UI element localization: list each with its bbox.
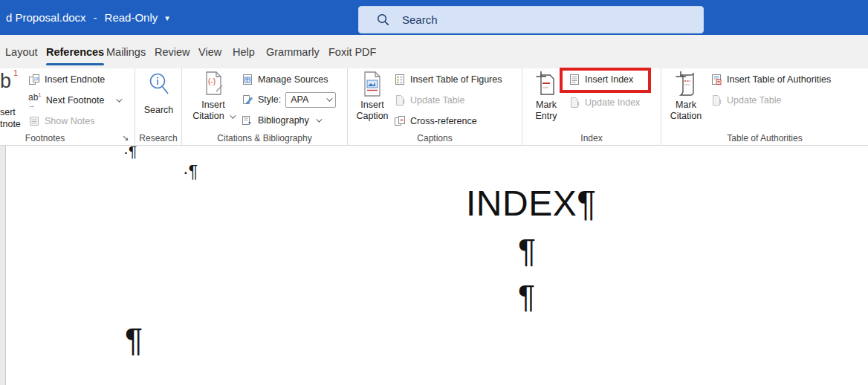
bibliography-dropdown-icon[interactable] <box>316 116 322 122</box>
tab-grammarly[interactable]: Grammarly <box>266 35 320 68</box>
update-table-icon: ! <box>394 94 406 106</box>
tab-help[interactable]: Help <box>233 35 255 68</box>
insert-endnote-icon: [0] <box>28 74 40 85</box>
group-citations: (-) Insert Citation Manage Sources Style… <box>182 68 348 145</box>
tab-mailings[interactable]: Mailings <box>106 35 146 68</box>
cross-reference-button[interactable]: Cross-reference <box>394 112 477 130</box>
active-tab-underline <box>46 63 104 65</box>
insert-citation-dropdown-icon[interactable] <box>230 112 236 118</box>
page-left-edge <box>0 146 6 385</box>
update-index-icon: ! <box>569 97 580 109</box>
update-table-authorities-button: ! Update Table <box>710 91 781 109</box>
insert-table-of-figures-button[interactable]: Insert Table of Figures <box>394 71 502 88</box>
group-captions: Insert Caption Insert Table of Figures !… <box>348 68 522 145</box>
read-only-label[interactable]: Read-Only <box>105 11 158 24</box>
footnote-superscript: 1 <box>13 68 18 77</box>
title-dash: - <box>94 11 97 24</box>
document-title: d Proposal.docx <box>6 11 86 24</box>
research-search-icon <box>146 71 172 100</box>
show-notes-button: Show Notes <box>28 112 94 130</box>
insert-table-of-authorities-icon <box>710 74 722 85</box>
insert-citation-icon: (-) <box>201 71 225 97</box>
cross-reference-icon <box>394 115 406 127</box>
style-value: APA <box>291 94 308 105</box>
next-footnote-icon: ab1 → <box>28 91 42 109</box>
show-notes-icon <box>28 115 40 127</box>
tab-view[interactable]: View <box>198 35 221 68</box>
research-group-label: Research <box>135 133 181 143</box>
style-dropdown-icon <box>326 95 332 101</box>
insert-endnote-button[interactable]: [0] Insert Endnote <box>28 71 105 88</box>
read-only-dropdown-icon[interactable]: ▾ <box>165 13 169 23</box>
update-index-button: ! Update Index <box>569 94 640 111</box>
search-input[interactable] <box>358 6 704 33</box>
heading-text: INDEX <box>466 184 577 223</box>
insert-caption-button[interactable]: Insert Caption <box>351 71 394 122</box>
footnote-icon: b <box>0 70 11 93</box>
captions-group-label: Captions <box>348 133 522 143</box>
authorities-group-label: Table of Authorities <box>661 133 868 143</box>
tab-foxit-pdf[interactable]: Foxit PDF <box>328 35 376 68</box>
insert-caption-icon <box>361 71 383 97</box>
document-title-area: d Proposal.docx - Read-Only ▾ <box>6 0 169 35</box>
svg-text:!: ! <box>577 100 580 108</box>
tab-layout[interactable]: Layout <box>5 35 38 68</box>
insert-citation-button[interactable]: (-) Insert Citation <box>190 71 237 122</box>
tab-review[interactable]: Review <box>155 35 190 68</box>
citations-group-label: Citations & Bibliography <box>182 133 347 143</box>
group-footnotes: b 1 sert tnote [0] Insert Endnote ab1 → … <box>0 68 135 145</box>
manage-sources-button[interactable]: Manage Sources <box>242 71 328 88</box>
ribbon-tab-row: Layout References Mailings Review View H… <box>0 35 868 68</box>
svg-text:(-): (-) <box>208 77 216 85</box>
bibliography-button[interactable]: Bibliography <box>242 111 320 129</box>
search-button[interactable]: Search <box>135 71 182 116</box>
svg-text:!: ! <box>403 98 405 106</box>
svg-text:!: ! <box>719 98 722 106</box>
document-heading: INDEX¶ <box>466 186 596 221</box>
document-canvas[interactable]: ·¶ ·¶ INDEX¶ ¶ ¶ ¶ <box>0 146 868 385</box>
insert-table-of-authorities-button[interactable]: Insert Table of Authorities <box>710 71 831 88</box>
manage-sources-icon <box>242 74 253 85</box>
insert-table-of-figures-icon <box>394 74 406 85</box>
index-group-label: Index <box>522 133 661 143</box>
bibliography-icon <box>242 114 253 126</box>
mark-citation-button[interactable]: Mark Citation <box>663 71 709 122</box>
insert-index-highlight-box <box>560 68 651 93</box>
style-dropdown[interactable]: APA <box>285 92 336 108</box>
paragraph-mark: ·¶ <box>123 143 137 160</box>
paragraph-mark: ¶ <box>125 323 143 358</box>
title-search[interactable] <box>358 6 704 33</box>
ribbon: b 1 sert tnote [0] Insert Endnote ab1 → … <box>0 68 868 146</box>
mark-citation-icon <box>675 71 697 97</box>
update-table-authorities-icon: ! <box>710 94 722 106</box>
tab-references[interactable]: References <box>46 35 104 68</box>
group-research: Search Research <box>135 68 182 145</box>
next-footnote-dropdown-icon[interactable] <box>116 96 122 102</box>
svg-text:[0]: [0] <box>34 77 39 81</box>
footnotes-dialog-launcher-icon[interactable]: ↘ <box>122 134 130 142</box>
group-table-of-authorities: Mark Citation Insert Table of Authoritie… <box>661 68 868 145</box>
style-icon <box>242 94 253 106</box>
update-table-button: ! Update Table <box>394 91 464 109</box>
style-label: Style: <box>258 94 281 105</box>
title-bar: d Proposal.docx - Read-Only ▾ <box>0 0 868 35</box>
paragraph-mark: ¶ <box>518 279 535 313</box>
next-footnote-button[interactable]: ab1 → Next Footnote <box>28 91 120 109</box>
style-row: Style: APA <box>242 91 336 109</box>
mark-entry-icon <box>535 71 557 97</box>
paragraph-mark: ¶ <box>518 233 536 268</box>
paragraph-mark: ·¶ <box>183 163 198 181</box>
footnotes-group-label: Footnotes <box>0 133 135 143</box>
heading-pilcrow: ¶ <box>577 184 596 223</box>
